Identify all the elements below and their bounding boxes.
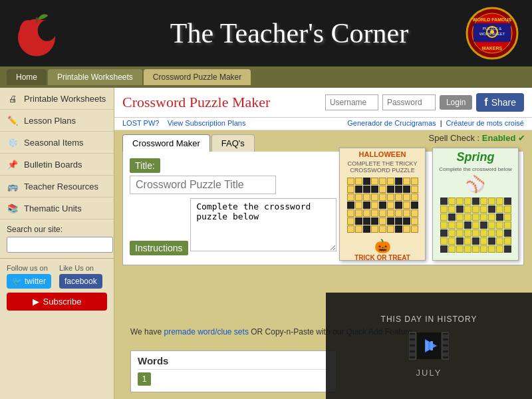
baseball-icon: ⚾ [466,175,485,194]
svg-rect-22 [426,341,428,350]
halloween-title: HALLOWEEN [357,148,408,160]
svg-rect-28 [443,352,448,356]
svg-rect-25 [443,334,448,338]
apple-logo [13,7,60,60]
svg-text:WORLD FAMOUS: WORLD FAMOUS [473,17,512,22]
premade-link[interactable]: premade word/clue sets [164,327,248,336]
history-play-icon[interactable] [409,329,449,362]
createur-link[interactable]: Créateur de mots croisé [446,119,524,127]
header-title: The Teacher's Corner [60,17,519,49]
tab-faq[interactable]: FAQ's [211,134,255,152]
lost-pw-link[interactable]: LOST PW? [122,119,159,127]
subscription-link[interactable]: View Subscription Plans [168,119,246,127]
book-icon: 📚 [7,202,19,214]
follow-group: Follow us on 🐦 twitter [7,264,51,289]
sidebar-item-lesson[interactable]: ✏️ Lesson Plans [0,110,114,132]
search-label: Search our site: [7,225,107,234]
instructions-label: Instructions [130,241,188,255]
svg-point-4 [38,20,57,41]
spring-preview: Spring Complete the crossword below ⚾ co… [432,148,519,261]
halloween-preview: HALLOWEEN COMPLETE THE TRICKY CROSSWORD … [339,148,426,261]
sub-links: LOST PW? View Subscription Plans Generad… [114,118,532,130]
svg-rect-17 [410,340,415,344]
nav-printable[interactable]: Printable Worksheets [48,69,142,85]
sidebar-item-teacher[interactable]: 🚌 Teacher Resources [0,176,114,198]
sidebar-item-seasonal[interactable]: ❄️ Seasonal Items [0,132,114,154]
pin-icon: 📌 [7,158,19,170]
twitter-button[interactable]: 🐦 twitter [7,274,51,289]
subscribe-button[interactable]: ▶ Subscribe [7,293,107,311]
title-input[interactable] [130,176,276,194]
history-title: THIS DAY IN HISTORY [381,315,477,324]
like-group: Like Us on facebook [59,264,102,289]
content-area: Crossword Puzzle Maker Login f Share LOS… [114,88,532,399]
svg-rect-26 [443,340,448,344]
svg-text:MAKERS: MAKERS [482,46,503,51]
nav-home[interactable]: Home [7,69,47,85]
tab-crossword-maker[interactable]: Crossword Maker [122,134,210,152]
share-button[interactable]: f Share [476,93,524,112]
spring-title: Spring [455,148,497,166]
svg-rect-18 [410,346,415,350]
social-section: Follow us on 🐦 twitter Like Us on facebo… [0,259,114,316]
sidebar: 🖨 Printable Worksheets ✏️ Lesson Plans ❄… [0,88,114,399]
svg-rect-23 [430,341,433,350]
username-input[interactable] [325,94,378,110]
svg-rect-5 [36,17,38,23]
word-number: 1 [138,372,151,386]
snowflake-icon: ❄️ [7,136,19,148]
words-section: Words 1 [130,350,336,392]
generador-link[interactable]: Generador de Crucigramas [347,119,436,127]
facebook-button[interactable]: facebook [59,274,102,289]
preview-area: HALLOWEEN COMPLETE THE TRICKY CROSSWORD … [326,141,532,307]
badge: WORLD FAMOUS PUZZLE & WORKSHEET MAKERS [466,7,519,60]
play-icon: ▶ [33,297,39,307]
nav-crossword[interactable]: Crossword Puzzle Maker [144,69,251,85]
sidebar-item-thematic[interactable]: 📚 Thematic Units [0,198,114,219]
navbar: Home Printable Worksheets Crossword Puzz… [0,66,532,88]
sidebar-item-bulletin[interactable]: 📌 Bulletin Boards [0,154,114,176]
words-title: Words [138,355,329,370]
twitter-icon: 🐦 [12,277,22,286]
header: The Teacher's Corner WORLD FAMOUS PUZZLE… [0,0,532,66]
svg-rect-16 [410,334,415,338]
bus-icon: 🚌 [7,180,19,192]
title-label: Title: [130,158,160,173]
search-input[interactable] [7,237,113,253]
printer-icon: 🖨 [7,92,19,104]
page-title-bar: Crossword Puzzle Maker Login f Share [114,88,532,118]
svg-point-14 [490,30,494,34]
search-section: Search our site: 🔍 [0,219,114,259]
login-button[interactable]: Login [440,95,472,110]
word-row-1: 1 [138,372,329,386]
main-layout: 🖨 Printable Worksheets ✏️ Lesson Plans ❄… [0,88,532,399]
pumpkin-icon: 🎃 [374,238,391,254]
facebook-f-icon: f [484,96,487,108]
like-label: Like Us on [59,264,102,272]
svg-rect-19 [410,352,415,356]
sidebar-item-printable[interactable]: 🖨 Printable Worksheets [0,88,114,110]
login-area: Login f Share [325,93,524,112]
follow-label: Follow us on [7,264,51,272]
pencil-icon: ✏️ [7,114,19,126]
svg-rect-27 [443,346,448,350]
instructions-textarea[interactable]: Complete the crossword puzzle below [190,198,336,251]
password-input[interactable] [382,94,436,110]
page-title: Crossword Puzzle Maker [122,94,270,111]
history-overlay: THIS DAY IN HISTORY [326,293,532,399]
history-date: JULY [416,368,442,378]
